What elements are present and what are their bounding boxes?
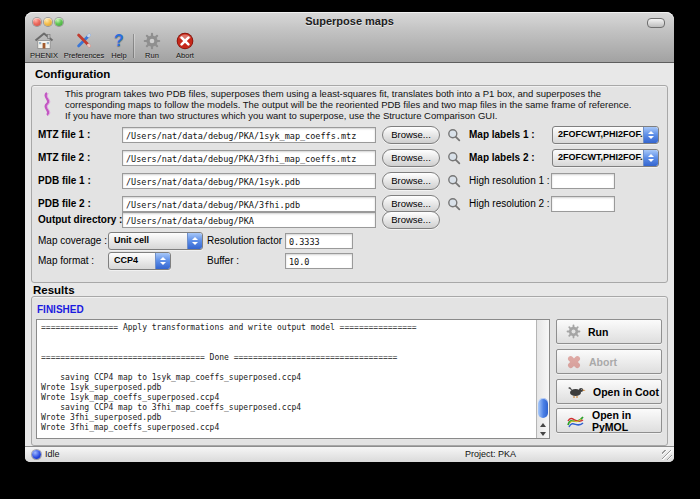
map-format-dropdown[interactable]: CCP4 <box>108 252 171 270</box>
magnifier-icon <box>447 151 461 165</box>
toolbar-preferences-button[interactable]: Preferences <box>61 31 107 61</box>
map-format-value: CCP4 <box>114 255 138 265</box>
high-resolution-1-label: High resolution 1 : <box>469 173 550 188</box>
map-labels-2-dropdown[interactable]: 2FOFCWT,PHI2FOF... <box>552 149 659 167</box>
mtz-file-2-view-button[interactable] <box>446 150 461 165</box>
toolbar-preferences-label: Preferences <box>64 51 104 60</box>
open-in-coot-button[interactable]: Open in Coot <box>556 379 662 404</box>
mtz-file-2-browse-button[interactable]: Browse... <box>382 149 440 167</box>
arrow-down-icon <box>540 432 546 436</box>
dropdown-stepper-icon <box>643 127 658 143</box>
console-output[interactable]: ================ Apply transformations a… <box>36 319 550 439</box>
map-format-label: Map format : <box>38 253 94 268</box>
project-label: Project: PKA <box>465 449 516 459</box>
scroll-up-button[interactable] <box>537 420 549 429</box>
high-resolution-1-input[interactable] <box>551 173 615 189</box>
program-description-line-3: If you have more than two structures whi… <box>65 111 497 122</box>
magnifier-icon <box>447 128 461 142</box>
scrollbar-thumb[interactable] <box>538 398 548 418</box>
map-labels-2-value: 2FOFCWT,PHI2FOF... <box>558 152 648 162</box>
pdb-file-1-view-button[interactable] <box>446 173 461 188</box>
high-resolution-2-input[interactable] <box>551 196 615 212</box>
abort-button-label: Abort <box>589 356 617 368</box>
pymol-ribbon-icon <box>566 413 585 429</box>
resolution-factor-label: Resolution factor : <box>207 233 288 248</box>
gear-icon <box>566 324 581 339</box>
high-resolution-2-label: High resolution 2 : <box>469 196 550 211</box>
toolbar-phenix-label: PHENIX <box>30 51 58 60</box>
window-header: Superpose maps PHENIX <box>25 12 674 63</box>
status-indicator-icon <box>32 450 41 459</box>
mtz-file-1-input[interactable] <box>122 127 376 143</box>
window-title: Superpose maps <box>25 15 674 27</box>
scroll-down-button[interactable] <box>537 429 549 438</box>
map-labels-1-dropdown[interactable]: 2FOFCWT,PHI2FOF... <box>552 126 659 144</box>
map-coverage-label: Map coverage : <box>38 233 107 248</box>
open-in-pymol-label: Open in PyMOL <box>592 409 661 433</box>
toolbar-toggle-button[interactable] <box>647 18 665 28</box>
toolbar-abort-label: Abort <box>176 51 194 60</box>
open-in-pymol-button[interactable]: Open in PyMOL <box>556 408 662 433</box>
mtz-file-1-view-button[interactable] <box>446 127 461 142</box>
console-scrollbar[interactable] <box>536 320 549 438</box>
dropdown-stepper-icon <box>155 253 170 269</box>
run-gear-icon <box>143 31 161 50</box>
status-text: Idle <box>45 449 60 459</box>
run-button-label: Run <box>588 326 608 338</box>
phenix-home-icon <box>34 31 54 50</box>
pdb-file-2-input[interactable] <box>122 196 376 212</box>
phenix-ribbon-icon <box>40 91 54 121</box>
buffer-label: Buffer : <box>207 253 239 268</box>
pdb-file-1-label: PDB file 1 : <box>38 173 91 188</box>
toolbar-phenix-button[interactable]: PHENIX <box>27 31 61 61</box>
output-directory-input[interactable] <box>122 212 376 228</box>
magnifier-icon <box>447 197 461 211</box>
map-coverage-value: Unit cell <box>114 235 149 245</box>
toolbar-help-label: Help <box>111 51 126 60</box>
toolbar-separator <box>133 34 134 58</box>
help-question-icon: ? <box>114 31 124 50</box>
toolbar-run-label: Run <box>145 51 159 60</box>
open-in-coot-label: Open in Coot <box>593 386 659 398</box>
pdb-file-2-view-button[interactable] <box>446 196 461 211</box>
results-heading: Results <box>33 284 75 296</box>
output-directory-browse-button[interactable]: Browse... <box>382 211 440 229</box>
toolbar-run-button[interactable]: Run <box>137 31 167 61</box>
mtz-file-1-browse-button[interactable]: Browse... <box>382 126 440 144</box>
run-button[interactable]: Run <box>556 319 662 344</box>
pdb-file-1-browse-button[interactable]: Browse... <box>382 172 440 190</box>
preferences-tools-icon <box>74 31 94 50</box>
toolbar-help-button[interactable]: ? Help <box>107 31 131 61</box>
dropdown-stepper-icon <box>187 233 202 249</box>
pdb-file-2-label: PDB file 2 : <box>38 196 91 211</box>
red-x-icon <box>566 354 582 370</box>
abort-button[interactable]: Abort <box>556 349 662 374</box>
arrow-up-icon <box>540 423 546 427</box>
pdb-file-1-input[interactable] <box>122 173 376 189</box>
map-coverage-dropdown[interactable]: Unit cell <box>108 232 203 250</box>
map-labels-2-label: Map labels 2 : <box>469 150 535 165</box>
console-output-text: ================ Apply transformations a… <box>37 320 549 433</box>
run-status-text: FINISHED <box>37 304 84 315</box>
coot-bird-icon <box>566 385 586 399</box>
dropdown-stepper-icon <box>643 150 658 166</box>
map-labels-1-label: Map labels 1 : <box>469 127 535 142</box>
mtz-file-2-label: MTZ file 2 : <box>38 150 90 165</box>
map-labels-1-value: 2FOFCWT,PHI2FOF... <box>558 129 648 139</box>
resize-grip[interactable] <box>662 450 672 460</box>
buffer-input[interactable] <box>285 253 353 269</box>
abort-red-x-icon <box>176 31 194 50</box>
output-directory-label: Output directory : <box>38 212 122 227</box>
status-bar: Idle Project: PKA <box>25 446 674 462</box>
magnifier-icon <box>447 174 461 188</box>
resolution-factor-input[interactable] <box>285 233 353 249</box>
mtz-file-1-label: MTZ file 1 : <box>38 127 90 142</box>
configuration-heading: Configuration <box>35 68 110 80</box>
toolbar-abort-button[interactable]: Abort <box>167 31 203 61</box>
superpose-maps-window: Superpose maps PHENIX <box>25 12 674 462</box>
mtz-file-2-input[interactable] <box>122 150 376 166</box>
